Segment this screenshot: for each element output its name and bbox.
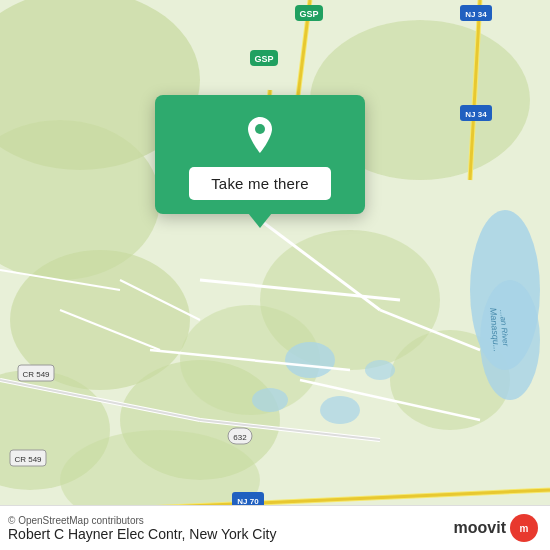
svg-point-15	[320, 396, 360, 424]
location-name: Robert C Hayner Elec Contr, New York Cit…	[8, 526, 276, 542]
svg-point-16	[365, 360, 395, 380]
svg-text:632: 632	[233, 433, 247, 442]
bottom-bar: © OpenStreetMap contributors Robert C Ha…	[0, 505, 550, 550]
moovit-logo: moovit m	[454, 514, 538, 542]
svg-text:CR 549: CR 549	[22, 370, 50, 379]
location-pin-icon	[238, 113, 282, 157]
popup-card: Take me there	[155, 95, 365, 214]
map-container: GSP NJ 34 NJ 34 GSP CR 549 CR 549 632	[0, 0, 550, 550]
svg-text:m: m	[520, 523, 529, 534]
moovit-text: moovit	[454, 519, 506, 537]
svg-point-55	[255, 124, 265, 134]
svg-text:NJ 34: NJ 34	[465, 110, 487, 119]
svg-point-13	[285, 342, 335, 378]
svg-point-14	[252, 388, 288, 412]
map-background: GSP NJ 34 NJ 34 GSP CR 549 CR 549 632	[0, 0, 550, 550]
take-me-there-button[interactable]: Take me there	[189, 167, 331, 200]
copyright-text: © OpenStreetMap contributors	[8, 515, 276, 526]
moovit-icon: m	[510, 514, 538, 542]
bottom-bar-info: © OpenStreetMap contributors Robert C Ha…	[8, 515, 276, 542]
svg-text:GSP: GSP	[299, 9, 318, 19]
svg-text:NJ 34: NJ 34	[465, 10, 487, 19]
svg-text:CR 549: CR 549	[14, 455, 42, 464]
svg-text:GSP: GSP	[254, 54, 273, 64]
